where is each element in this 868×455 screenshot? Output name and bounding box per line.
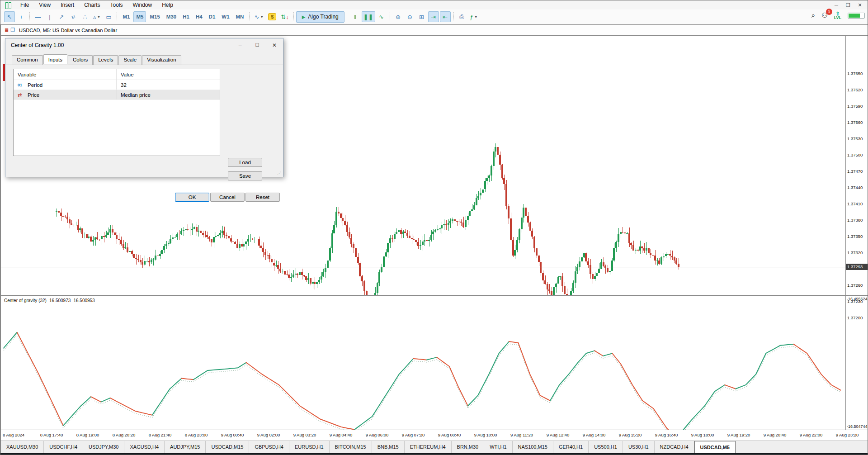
dialog-tab-levels[interactable]: Levels [93,55,118,65]
dialog-tab-scale[interactable]: Scale [118,55,142,65]
menu-charts[interactable]: Charts [79,1,105,9]
metatrader-window: TradingFinder FileViewInsertChartsToolsW… [0,0,868,455]
menu-tools[interactable]: Tools [105,1,128,9]
deposit-withdraw-icon[interactable]: ⇅↓ [279,11,290,22]
table-row[interactable]: 01Period32 [14,80,220,90]
symbol-tab-usdcad-m15[interactable]: USDCAD,M15 [206,441,249,453]
symbol-tab-xauusd-m30[interactable]: XAUUSD,M30 [1,441,44,453]
dialog-tab-inputs[interactable]: Inputs [43,54,67,64]
cursor-icon[interactable]: ↖ [4,11,15,22]
dialog-titlebar[interactable]: Center of Gravity 1.00 ─ ☐ ✕ [5,38,283,52]
fibo-lines-icon[interactable]: ≡ [66,10,80,24]
dialog-tab-colors[interactable]: Colors [68,55,93,65]
symbol-tab-nzdcad-h4[interactable]: NZDCAD,H4 [655,441,694,453]
quotes-icon[interactable]: $ [266,11,278,22]
candlestick-icon[interactable]: ❚❚ [362,11,375,22]
timeframe-m1[interactable]: M1 [120,11,132,22]
resize-grip[interactable]: ⋰ [277,171,282,175]
candle [69,219,71,223]
timeframe-m30[interactable]: M30 [164,11,179,22]
candle [178,234,180,234]
bar-chart-icon[interactable]: ‖ [350,11,361,22]
menu-window[interactable]: Window [128,1,157,9]
symbol-tab-usdjpy-m30[interactable]: USDJPY,M30 [83,441,124,453]
timeframe-d1[interactable]: D1 [206,11,218,22]
symbol-tab-bnb-m15[interactable]: BNB,M15 [372,441,405,453]
inputs-table[interactable]: Variable Value 01Period32⇄PriceMedian pr… [13,69,220,156]
chart-shift-icon[interactable]: ⇤ [440,11,451,22]
dialog-tab-common[interactable]: Common [12,55,43,65]
vertical-line-icon[interactable]: | [44,11,55,22]
dialog-minimize-button[interactable]: ─ [231,39,249,51]
timeframe-m5[interactable]: M5 [133,11,146,22]
trendline-icon[interactable]: ↗ [56,11,67,22]
screenshot-icon[interactable]: ⎙ [457,11,467,22]
timeframe-m15[interactable]: M15 [147,11,162,22]
price-axis[interactable]: 1.376501.376201.375901.375601.375301.375… [845,36,868,295]
symbol-tab-wti-h1[interactable]: WTI,H1 [484,441,512,453]
zoom-in-icon[interactable]: ⊕ [393,11,404,22]
level-indicator[interactable]: ⇧ LVL [834,12,841,19]
save-button[interactable]: Save [228,171,262,180]
indicator-pane[interactable]: Center of gravity (32) -16.500973 -16.50… [1,296,845,430]
timeframe-w1[interactable]: W1 [219,11,232,22]
algo-trading-button[interactable]: ▶ Algo Trading [296,11,344,23]
candle [654,256,656,261]
dialog-close-button[interactable]: ✕ [266,39,283,51]
column-header-value[interactable]: Value [117,69,220,80]
symbol-tab-us500-h1[interactable]: US500,H1 [589,441,623,453]
window-restore-button[interactable]: ❐ [843,2,853,8]
window-minimize-button[interactable]: ─ [831,2,841,8]
time-axis[interactable]: 8 Aug 20248 Aug 17:408 Aug 19:008 Aug 20… [1,430,868,441]
ok-button[interactable]: OK [175,193,209,202]
pitchfork-icon[interactable]: ∴ [80,11,90,22]
window-close-button[interactable]: ✕ [855,2,865,8]
horizontal-line-icon[interactable]: — [33,11,43,22]
symbol-tab-usdcad-m5[interactable]: USDCAD,M5 [694,441,736,453]
search-icon[interactable]: ⌕ [811,11,815,19]
menu-file[interactable]: File [15,1,34,9]
shapes-icon[interactable]: ▵▼ [91,11,102,22]
timeframe-mn[interactable]: MN [233,11,247,22]
timeframe-h4[interactable]: H4 [193,11,205,22]
menu-help[interactable]: Help [157,1,178,9]
indicator-line-down-segment [509,341,550,401]
crosshair-icon[interactable]: + [16,11,27,22]
chart-type-icon[interactable]: ∿▼ [252,11,265,22]
reset-button[interactable]: Reset [245,193,280,202]
symbol-tab-audjpy-m15[interactable]: AUDJPY,M15 [165,441,206,453]
menu-view[interactable]: View [34,1,56,9]
timeframe-h1[interactable]: H1 [180,11,192,22]
symbol-tab-ethereum-h4[interactable]: ETHEREUM,H4 [405,441,452,453]
dialog-tab-visualization[interactable]: Visualization [142,55,181,65]
rectangle-icon[interactable]: ▭ [103,11,114,22]
auto-scroll-icon[interactable]: ⇥ [428,11,439,22]
dialog-maximize-button[interactable]: ☐ [249,39,266,51]
candle [239,244,241,248]
zoom-out-icon[interactable]: ⊖ [405,11,415,22]
line-chart-icon[interactable]: ∿ [376,11,387,22]
candle [533,237,535,249]
candle [394,234,396,239]
symbol-tab-nas100-m15[interactable]: NAS100,M15 [513,441,553,453]
load-button[interactable]: Load [228,158,262,167]
candle [127,247,128,252]
indicators-icon[interactable]: ƒ▼ [468,11,480,22]
symbol-tab-ger40-h1[interactable]: GER40,H1 [553,441,589,453]
table-row[interactable]: ⇄PriceMedian price [14,90,220,100]
symbol-tab-us30-h1[interactable]: US30,H1 [623,441,655,453]
cancel-button[interactable]: Cancel [210,193,245,202]
symbol-tab-bitcoin-m15[interactable]: BITCOIN,M15 [330,441,372,453]
candle [202,233,204,235]
column-header-variable[interactable]: Variable [14,69,117,80]
value-cell[interactable]: Median price [117,90,220,100]
tile-windows-icon[interactable]: ⊞ [416,11,427,22]
profile-icon[interactable]: ⚇ 1 [821,11,827,19]
symbol-tab-xagusd-h4[interactable]: XAGUSD,H4 [124,441,165,453]
symbol-tab-gbpusd-h4[interactable]: GBPUSD,H4 [249,441,289,453]
value-cell[interactable]: 32 [117,80,220,90]
symbol-tab-usdchf-h4[interactable]: USDCHF,H4 [44,441,83,453]
menu-insert[interactable]: Insert [56,1,79,9]
symbol-tab-eurusd-h1[interactable]: EURUSD,H1 [289,441,330,453]
symbol-tab-brn-m30[interactable]: BRN,M30 [452,441,485,453]
